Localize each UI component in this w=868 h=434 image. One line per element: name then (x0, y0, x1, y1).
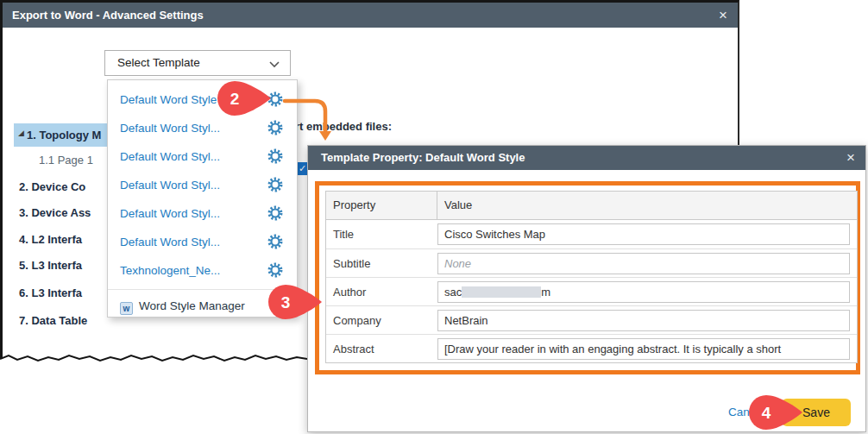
property-value-input[interactable]: [Draw your reader in with an engaging ab… (437, 338, 850, 360)
dropdown-item-label: Default Word Styl... (120, 150, 220, 163)
dropdown-item-template[interactable]: Default Word Styl... (108, 199, 297, 228)
callout-step-4: 4 (748, 394, 805, 431)
tree-item[interactable]: 3. Device Ass (19, 206, 91, 219)
property-row: CompanyNetBrain (326, 305, 857, 334)
property-name-label: Abstract (326, 343, 437, 355)
property-column-header: Property (326, 192, 437, 219)
tree-expand-icon[interactable]: ◢ (18, 129, 24, 137)
property-value-input[interactable]: Cisco Switches Map (437, 223, 850, 245)
property-table-header: Property Value (326, 192, 857, 220)
value-column-header: Value (437, 192, 857, 219)
callout-highlight-box: Property Value TitleCisco Switches MapSu… (315, 181, 860, 374)
chevron-down-icon (269, 61, 280, 68)
screenshot-canvas: Export to Word - Advanced Settings × Wor… (0, 0, 868, 434)
property-row: Abstract[Draw your reader in with an eng… (326, 334, 857, 362)
property-row: Authorsacm (326, 277, 857, 305)
close-icon[interactable]: × (719, 3, 727, 28)
property-name-label: Company (326, 314, 437, 327)
dropdown-item-template[interactable]: Default Word Styl... (108, 142, 297, 171)
export-dialog-titlebar: Export to Word - Advanced Settings × (3, 3, 738, 28)
callout-step-2: 2 (217, 80, 274, 116)
dropdown-item-template[interactable]: Default Word Styl... (108, 114, 297, 142)
tree-item[interactable]: 5. L3 Interfa (19, 259, 82, 272)
tree-item[interactable]: 6. L3 Interfa (19, 286, 82, 299)
dropdown-item-label: Default Word Styl... (120, 179, 220, 192)
gear-icon[interactable] (267, 234, 283, 249)
placeholder-text: None (444, 257, 471, 270)
property-dialog-titlebar: Template Property: Default Word Style × (308, 146, 865, 170)
dropdown-item-label: Default Word Styl... (120, 207, 220, 220)
export-dialog-title: Export to Word - Advanced Settings (12, 9, 204, 22)
dropdown-item-label: Default Word Styl... (120, 236, 220, 248)
tree-item[interactable]: 7. Data Table (19, 314, 87, 327)
gear-icon[interactable] (267, 148, 283, 164)
dropdown-item-template[interactable]: Default Word Styl... (108, 171, 297, 199)
template-property-dialog: Template Property: Default Word Style × … (307, 145, 866, 432)
property-value-input[interactable]: sacm (437, 281, 850, 303)
property-table: Property Value TitleCisco Switches MapSu… (325, 191, 858, 363)
word-icon: w (120, 302, 133, 315)
tree-item[interactable]: 1. Topology M (27, 129, 101, 142)
template-select-value: Select Template (117, 56, 200, 69)
property-value-input[interactable]: NetBrain (437, 310, 850, 331)
property-name-label: Title (326, 228, 437, 241)
property-value-input[interactable]: None (437, 253, 850, 274)
callout-step-3: 3 (267, 284, 324, 320)
dropdown-item-template[interactable]: Texhnologent_Ne... (108, 256, 297, 285)
tree-item[interactable]: 1.1 Page 1 (39, 154, 93, 167)
callout-2-number: 2 (230, 90, 240, 108)
tree-item[interactable]: 2. Device Co (19, 180, 85, 193)
gear-icon[interactable] (267, 177, 283, 192)
dropdown-item-label: Default Word Styl... (120, 122, 220, 135)
callout-3-number: 3 (281, 293, 291, 311)
property-name-label: Subtitle (326, 257, 437, 270)
template-select[interactable]: Select Template (104, 50, 291, 76)
dropdown-item-label: Texhnologent_Ne... (120, 264, 220, 277)
word-style-manager-label: Word Style Manager (139, 299, 245, 312)
gear-icon[interactable] (267, 205, 283, 221)
property-name-label: Author (326, 286, 437, 299)
callout-4-number: 4 (762, 404, 771, 422)
gear-icon[interactable] (267, 262, 283, 278)
dropdown-item-template[interactable]: Default Word Styl... (108, 228, 297, 256)
close-icon[interactable]: × (846, 146, 855, 170)
property-row: SubtitleNone (326, 248, 857, 277)
torn-edge-decoration (0, 350, 307, 369)
tree-item[interactable]: 4. L2 Interfa (19, 233, 82, 246)
connector-arrow (280, 86, 341, 147)
property-dialog-title: Template Property: Default Word Style (321, 151, 525, 164)
property-row: TitleCisco Switches Map (326, 220, 857, 248)
redacted-text-block (462, 286, 541, 298)
dropdown-item-label: Default Word Style (120, 93, 217, 106)
